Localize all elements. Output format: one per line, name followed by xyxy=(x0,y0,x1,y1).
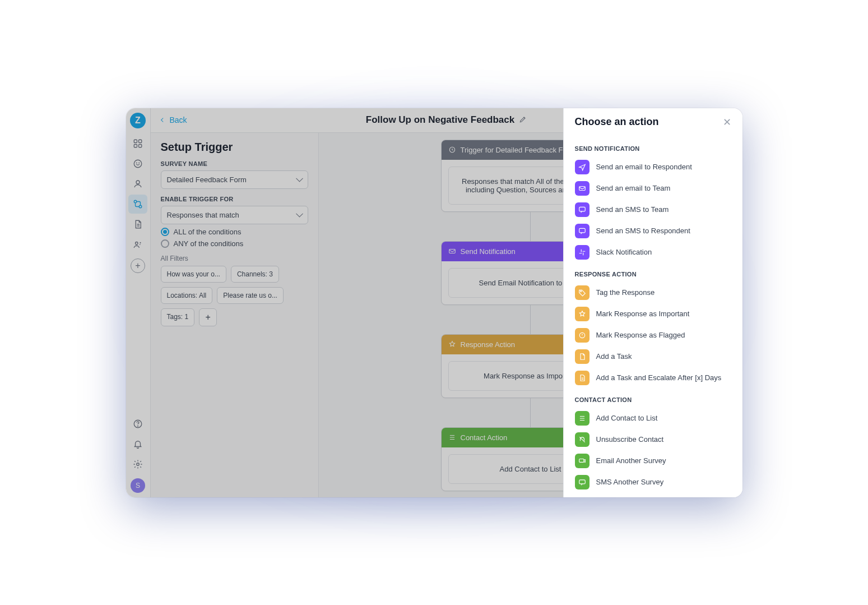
nav-settings-icon[interactable] xyxy=(128,455,147,474)
svg-point-5 xyxy=(136,163,137,163)
survey-name-label: SURVEY NAME xyxy=(161,160,308,167)
radio-any-conditions[interactable]: ANY of the conditions xyxy=(161,239,308,248)
task-escalate-icon xyxy=(575,371,590,385)
section-contact-action: CONTACT ACTION xyxy=(575,396,731,403)
user-avatar[interactable]: S xyxy=(131,478,145,493)
action-add-contact-list[interactable]: Add Contact to List xyxy=(575,408,731,429)
setup-trigger-panel: Setup Trigger SURVEY NAME Detailed Feedb… xyxy=(151,133,319,497)
nav-contacts-icon[interactable] xyxy=(128,174,147,193)
filter-chips: How was your o... Channels: 3 Locations:… xyxy=(161,266,308,326)
task-icon xyxy=(575,349,590,364)
action-email-another-survey[interactable]: Email Another Survey xyxy=(575,450,731,472)
svg-point-4 xyxy=(134,160,142,168)
section-response-action: RESPONSE ACTION xyxy=(575,271,731,278)
flag-icon xyxy=(575,328,590,343)
filter-chip-locations[interactable]: Locations: All xyxy=(161,287,213,304)
svg-point-12 xyxy=(138,426,138,426)
unsubscribe-icon xyxy=(575,432,590,447)
action-sms-respondent[interactable]: Send an SMS to Respondent xyxy=(575,220,731,242)
nav-dashboard-icon[interactable] xyxy=(128,134,147,153)
svg-rect-3 xyxy=(139,144,142,147)
action-add-task[interactable]: Add a Task xyxy=(575,346,731,367)
survey-name-select[interactable]: Detailed Feedback Form xyxy=(161,170,308,189)
filter-chip-question[interactable]: How was your o... xyxy=(161,266,226,283)
svg-rect-15 xyxy=(449,250,455,253)
svg-point-7 xyxy=(136,181,140,184)
enable-trigger-select[interactable]: Responses that match xyxy=(161,206,308,224)
slack-icon xyxy=(575,245,590,260)
chat-icon xyxy=(575,475,590,489)
enable-trigger-label: ENABLE TRIGGER FOR xyxy=(161,196,308,202)
panel-body: SEND NOTIFICATION Send an email to Respo… xyxy=(564,133,742,497)
filter-chip-channels[interactable]: Channels: 3 xyxy=(231,266,279,283)
nav-documents-icon[interactable] xyxy=(128,215,147,234)
svg-point-9 xyxy=(139,205,142,208)
app-window: Z + S xyxy=(126,108,742,497)
filter-chip-add[interactable]: + xyxy=(199,308,217,326)
mail-send-icon xyxy=(575,454,590,468)
tag-icon xyxy=(575,285,590,300)
nav-bell-icon[interactable] xyxy=(128,435,147,454)
svg-rect-2 xyxy=(134,144,137,147)
action-email-team[interactable]: Send an email to Team xyxy=(575,178,731,199)
radio-icon xyxy=(161,239,169,248)
svg-rect-21 xyxy=(579,459,583,462)
action-email-respondent[interactable]: Send an email to Respondent xyxy=(575,156,731,178)
nav-workflows-icon[interactable] xyxy=(128,195,147,214)
svg-rect-17 xyxy=(579,207,585,211)
vertical-nav: Z + S xyxy=(126,108,151,497)
panel-title: Choose an action xyxy=(575,116,659,128)
edit-title-icon[interactable] xyxy=(519,116,527,125)
filter-chip-tags[interactable]: Tags: 1 xyxy=(161,308,195,326)
back-button[interactable]: Back xyxy=(159,116,187,124)
star-icon xyxy=(575,307,590,321)
connector xyxy=(530,212,531,241)
nav-responses-icon[interactable] xyxy=(128,154,147,173)
panel-header: Choose an action ✕ xyxy=(564,108,742,133)
list-icon xyxy=(575,411,590,426)
nav-team-icon[interactable] xyxy=(128,235,147,254)
setup-heading: Setup Trigger xyxy=(161,141,308,154)
action-mark-important[interactable]: Mark Response as Important xyxy=(575,303,731,325)
radio-all-conditions[interactable]: ALL of the conditions xyxy=(161,228,308,236)
svg-rect-16 xyxy=(579,186,585,190)
svg-point-13 xyxy=(137,463,140,465)
action-add-task-escalate[interactable]: Add a Task and Escalate After [x] Days xyxy=(575,367,731,389)
back-label: Back xyxy=(170,116,187,124)
svg-rect-1 xyxy=(139,140,142,142)
svg-point-10 xyxy=(136,242,138,244)
sms-icon xyxy=(575,202,590,217)
svg-point-8 xyxy=(134,200,137,203)
nav-add-button[interactable]: + xyxy=(131,258,145,273)
section-send-notification: SEND NOTIFICATION xyxy=(575,145,731,152)
close-icon[interactable]: ✕ xyxy=(723,116,731,128)
svg-rect-18 xyxy=(579,228,585,233)
choose-action-panel: Choose an action ✕ SEND NOTIFICATION Sen… xyxy=(563,108,742,497)
action-slack[interactable]: Slack Notification xyxy=(575,242,731,263)
connector xyxy=(530,305,531,334)
action-sms-another-survey[interactable]: SMS Another Survey xyxy=(575,472,731,493)
svg-point-6 xyxy=(139,163,140,163)
svg-point-19 xyxy=(580,290,581,292)
filters-label: All Filters xyxy=(161,255,308,262)
filter-chip-rate[interactable]: Please rate us o... xyxy=(217,287,284,304)
send-icon xyxy=(575,160,590,174)
app-logo-icon: Z xyxy=(130,113,146,128)
svg-rect-0 xyxy=(134,140,137,142)
mail-icon xyxy=(575,181,590,196)
action-unsubscribe-contact[interactable]: Unsubscribe Contact xyxy=(575,429,731,450)
connector xyxy=(530,398,531,427)
svg-rect-22 xyxy=(579,479,585,483)
radio-icon xyxy=(161,228,169,236)
sms-icon xyxy=(575,224,590,238)
action-sms-team[interactable]: Send an SMS to Team xyxy=(575,199,731,220)
action-tag-response[interactable]: Tag the Response xyxy=(575,282,731,303)
nav-help-icon[interactable] xyxy=(128,414,147,433)
action-mark-flagged[interactable]: Mark Response as Flagged xyxy=(575,325,731,346)
